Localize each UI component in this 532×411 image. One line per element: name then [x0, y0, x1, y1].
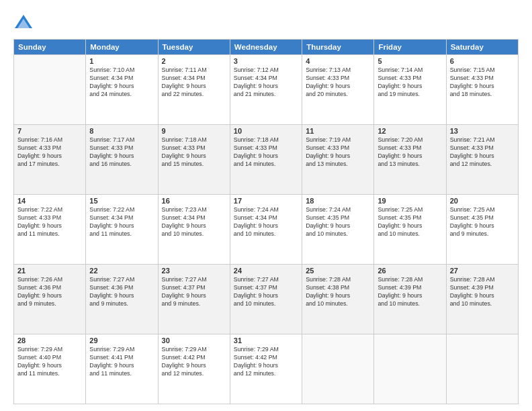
day-info: Sunrise: 7:24 AM Sunset: 4:34 PM Dayligh… [234, 206, 298, 238]
weekday-saturday: Saturday [446, 40, 518, 55]
day-number: 7 [17, 127, 82, 135]
calendar-cell: 19Sunrise: 7:25 AM Sunset: 4:35 PM Dayli… [374, 195, 446, 265]
day-number: 26 [378, 267, 442, 275]
weekday-tuesday: Tuesday [158, 40, 230, 55]
day-number: 23 [162, 267, 226, 275]
calendar-cell: 8Sunrise: 7:17 AM Sunset: 4:33 PM Daylig… [86, 125, 158, 195]
calendar-cell: 1Sunrise: 7:10 AM Sunset: 4:34 PM Daylig… [86, 55, 158, 125]
calendar-cell: 15Sunrise: 7:22 AM Sunset: 4:34 PM Dayli… [86, 195, 158, 265]
weekday-sunday: Sunday [14, 40, 86, 55]
calendar-cell [446, 334, 518, 404]
calendar-cell: 25Sunrise: 7:28 AM Sunset: 4:38 PM Dayli… [302, 265, 374, 334]
day-info: Sunrise: 7:12 AM Sunset: 4:34 PM Dayligh… [234, 66, 298, 99]
day-number: 2 [162, 57, 226, 65]
weekday-monday: Monday [86, 40, 158, 55]
calendar-cell: 13Sunrise: 7:21 AM Sunset: 4:33 PM Dayli… [446, 125, 518, 195]
day-number: 28 [17, 336, 82, 345]
day-number: 14 [17, 197, 82, 205]
calendar-cell: 6Sunrise: 7:15 AM Sunset: 4:33 PM Daylig… [446, 55, 518, 125]
day-number: 24 [234, 267, 298, 275]
weekday-friday: Friday [374, 40, 446, 55]
day-info: Sunrise: 7:20 AM Sunset: 4:33 PM Dayligh… [378, 136, 442, 169]
calendar-cell: 22Sunrise: 7:27 AM Sunset: 4:36 PM Dayli… [86, 265, 158, 334]
calendar-cell: 4Sunrise: 7:13 AM Sunset: 4:33 PM Daylig… [302, 55, 374, 125]
day-info: Sunrise: 7:18 AM Sunset: 4:33 PM Dayligh… [234, 136, 298, 169]
day-number: 20 [450, 197, 515, 205]
day-number: 13 [450, 127, 515, 135]
calendar-week-row: 28Sunrise: 7:29 AM Sunset: 4:40 PM Dayli… [14, 334, 519, 404]
calendar-cell: 18Sunrise: 7:24 AM Sunset: 4:35 PM Dayli… [302, 195, 374, 265]
day-info: Sunrise: 7:26 AM Sunset: 4:36 PM Dayligh… [17, 276, 82, 308]
day-number: 21 [17, 267, 82, 275]
day-info: Sunrise: 7:27 AM Sunset: 4:37 PM Dayligh… [234, 276, 298, 308]
calendar-cell: 28Sunrise: 7:29 AM Sunset: 4:40 PM Dayli… [14, 334, 86, 404]
day-number: 31 [234, 336, 298, 345]
day-info: Sunrise: 7:16 AM Sunset: 4:33 PM Dayligh… [17, 136, 82, 169]
logo [13, 12, 36, 32]
calendar-cell: 26Sunrise: 7:28 AM Sunset: 4:39 PM Dayli… [374, 265, 446, 334]
calendar-cell: 16Sunrise: 7:23 AM Sunset: 4:34 PM Dayli… [158, 195, 230, 265]
day-info: Sunrise: 7:22 AM Sunset: 4:34 PM Dayligh… [89, 206, 154, 238]
calendar-cell: 24Sunrise: 7:27 AM Sunset: 4:37 PM Dayli… [230, 265, 302, 334]
calendar-cell: 9Sunrise: 7:18 AM Sunset: 4:33 PM Daylig… [158, 125, 230, 195]
day-number: 5 [378, 57, 442, 65]
day-info: Sunrise: 7:18 AM Sunset: 4:33 PM Dayligh… [162, 136, 226, 169]
calendar-cell: 14Sunrise: 7:22 AM Sunset: 4:33 PM Dayli… [14, 195, 86, 265]
day-number: 29 [89, 336, 154, 345]
calendar-cell: 30Sunrise: 7:29 AM Sunset: 4:42 PM Dayli… [158, 334, 230, 404]
day-number: 27 [450, 267, 515, 275]
calendar-table: SundayMondayTuesdayWednesdayThursdayFrid… [13, 39, 519, 404]
calendar-cell [374, 334, 446, 404]
day-info: Sunrise: 7:28 AM Sunset: 4:38 PM Dayligh… [306, 276, 370, 308]
day-number: 10 [234, 127, 298, 135]
calendar-cell: 21Sunrise: 7:26 AM Sunset: 4:36 PM Dayli… [14, 265, 86, 334]
calendar-week-row: 1Sunrise: 7:10 AM Sunset: 4:34 PM Daylig… [14, 55, 519, 125]
calendar-cell: 31Sunrise: 7:29 AM Sunset: 4:42 PM Dayli… [230, 334, 302, 404]
calendar-cell: 23Sunrise: 7:27 AM Sunset: 4:37 PM Dayli… [158, 265, 230, 334]
day-number: 11 [306, 127, 370, 135]
day-info: Sunrise: 7:27 AM Sunset: 4:36 PM Dayligh… [89, 276, 154, 308]
day-number: 8 [89, 127, 154, 135]
day-info: Sunrise: 7:17 AM Sunset: 4:33 PM Dayligh… [89, 136, 154, 169]
day-info: Sunrise: 7:15 AM Sunset: 4:33 PM Dayligh… [450, 66, 515, 99]
page: SundayMondayTuesdayWednesdayThursdayFrid… [0, 0, 532, 411]
weekday-header-row: SundayMondayTuesdayWednesdayThursdayFrid… [14, 40, 519, 55]
weekday-wednesday: Wednesday [230, 40, 302, 55]
day-number: 1 [89, 57, 154, 65]
calendar-week-row: 14Sunrise: 7:22 AM Sunset: 4:33 PM Dayli… [14, 195, 519, 265]
day-number: 22 [89, 267, 154, 275]
day-number: 9 [162, 127, 226, 135]
day-info: Sunrise: 7:29 AM Sunset: 4:42 PM Dayligh… [162, 346, 226, 378]
day-number: 3 [234, 57, 298, 65]
day-info: Sunrise: 7:21 AM Sunset: 4:33 PM Dayligh… [450, 136, 515, 169]
calendar-cell [14, 55, 86, 125]
logo-icon [13, 12, 34, 32]
day-info: Sunrise: 7:27 AM Sunset: 4:37 PM Dayligh… [162, 276, 226, 308]
day-info: Sunrise: 7:23 AM Sunset: 4:34 PM Dayligh… [162, 206, 226, 238]
day-info: Sunrise: 7:25 AM Sunset: 4:35 PM Dayligh… [378, 206, 442, 238]
day-number: 30 [162, 336, 226, 345]
day-number: 17 [234, 197, 298, 205]
day-info: Sunrise: 7:29 AM Sunset: 4:42 PM Dayligh… [234, 346, 298, 378]
calendar-cell: 10Sunrise: 7:18 AM Sunset: 4:33 PM Dayli… [230, 125, 302, 195]
calendar-cell: 29Sunrise: 7:29 AM Sunset: 4:41 PM Dayli… [86, 334, 158, 404]
day-number: 6 [450, 57, 515, 65]
day-info: Sunrise: 7:13 AM Sunset: 4:33 PM Dayligh… [306, 66, 370, 99]
day-number: 15 [89, 197, 154, 205]
day-info: Sunrise: 7:10 AM Sunset: 4:34 PM Dayligh… [89, 66, 154, 99]
calendar-cell [302, 334, 374, 404]
calendar-cell: 27Sunrise: 7:28 AM Sunset: 4:39 PM Dayli… [446, 265, 518, 334]
header [13, 12, 519, 32]
calendar-cell: 20Sunrise: 7:25 AM Sunset: 4:35 PM Dayli… [446, 195, 518, 265]
day-info: Sunrise: 7:29 AM Sunset: 4:40 PM Dayligh… [17, 346, 82, 378]
weekday-thursday: Thursday [302, 40, 374, 55]
day-info: Sunrise: 7:28 AM Sunset: 4:39 PM Dayligh… [450, 276, 515, 308]
day-number: 16 [162, 197, 226, 205]
day-number: 25 [306, 267, 370, 275]
calendar-cell: 7Sunrise: 7:16 AM Sunset: 4:33 PM Daylig… [14, 125, 86, 195]
day-info: Sunrise: 7:22 AM Sunset: 4:33 PM Dayligh… [17, 206, 82, 238]
calendar-week-row: 21Sunrise: 7:26 AM Sunset: 4:36 PM Dayli… [14, 265, 519, 334]
calendar-week-row: 7Sunrise: 7:16 AM Sunset: 4:33 PM Daylig… [14, 125, 519, 195]
day-info: Sunrise: 7:14 AM Sunset: 4:33 PM Dayligh… [378, 66, 442, 99]
day-number: 4 [306, 57, 370, 65]
